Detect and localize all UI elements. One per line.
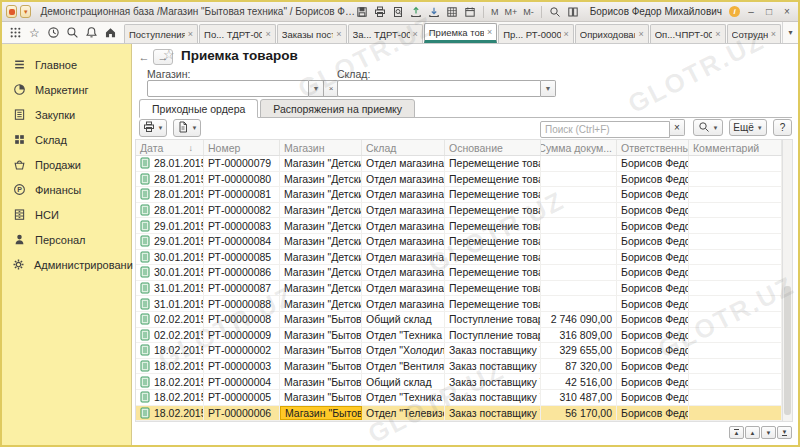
cell-sum[interactable]: 42 516,00 (541, 374, 617, 389)
cell-comment[interactable] (689, 296, 782, 311)
table-row[interactable]: 28.01.2015РТ-00000080Магазин "Детские ..… (136, 172, 782, 188)
cell-warehouse[interactable]: Отдел магазина "... (362, 281, 445, 296)
cell-comment[interactable] (689, 359, 782, 374)
cell-warehouse[interactable]: Отдел "Холодильн... (362, 343, 445, 358)
cell-basis[interactable]: Перемещение товаров ТД... (445, 156, 541, 171)
cell-number[interactable]: РТ-00000008 (204, 312, 280, 327)
store-dropdown-icon[interactable]: ▼ (309, 80, 324, 97)
cell-comment[interactable] (689, 234, 782, 249)
sidebar-item-purchases[interactable]: Закупки (2, 102, 131, 127)
cell-comment[interactable] (689, 374, 782, 389)
cell-responsible[interactable]: Борисов Федор М... (617, 296, 689, 311)
cell-basis[interactable]: Перемещение товаров ТД... (445, 234, 541, 249)
cell-basis[interactable]: Перемещение товаров ТД... (445, 203, 541, 218)
tab-close-icon[interactable]: × (638, 29, 643, 39)
favorite-star-icon[interactable]: ☆ (163, 47, 175, 62)
cell-sum[interactable] (541, 172, 617, 187)
table-row[interactable]: 18.02.2015РТ-00000002Магазин "Бытовая...… (136, 343, 782, 359)
scroll-up-button[interactable]: ▲ (745, 426, 760, 439)
cell-basis[interactable]: Поступление товаров ТДР... (445, 328, 541, 343)
cell-store[interactable]: Магазин "Бытовая... (280, 328, 362, 343)
cell-responsible[interactable]: Борисов Федор М... (617, 265, 689, 280)
cell-sum[interactable] (541, 250, 617, 265)
cell-warehouse[interactable]: Общий склад (362, 312, 445, 327)
cell-number[interactable]: РТ-00000084 (204, 234, 280, 249)
cell-date[interactable]: 30.01.2015 (136, 250, 204, 265)
cell-comment[interactable] (689, 218, 782, 233)
cell-sum[interactable]: 56 170,00 (541, 406, 617, 421)
vertical-scrollbar[interactable] (782, 139, 793, 422)
cell-number[interactable]: РТ-00000003 (204, 359, 280, 374)
print-icon[interactable] (373, 5, 387, 19)
cell-warehouse[interactable]: Отдел магазина "... (362, 172, 445, 187)
upload-icon[interactable] (409, 5, 423, 19)
tab-close-icon[interactable]: × (336, 29, 341, 39)
cell-date[interactable]: 31.01.2015 (136, 296, 204, 311)
cell-comment[interactable] (689, 390, 782, 405)
cell-sum[interactable]: 87 320,00 (541, 359, 617, 374)
tab-close-icon[interactable]: × (188, 29, 193, 39)
cell-number[interactable]: РТ-00000082 (204, 203, 280, 218)
cell-date[interactable]: 29.01.2015 (136, 218, 204, 233)
cell-basis[interactable]: Перемещение товаров ТД... (445, 172, 541, 187)
cell-basis[interactable]: Перемещение товаров ТД... (445, 187, 541, 202)
cell-warehouse[interactable]: Отдел магазина "... (362, 265, 445, 280)
tab-2[interactable]: По... ТДРТ-000002× (199, 24, 276, 43)
cell-number[interactable]: РТ-00000085 (204, 250, 280, 265)
cell-warehouse[interactable]: Отдел магазина "... (362, 218, 445, 233)
back-arrow-icon[interactable]: ← (136, 49, 152, 65)
tab-4[interactable]: За... ТДРТ-000118× (348, 24, 423, 43)
cell-store[interactable]: Магазин "Бытовая... (280, 406, 362, 421)
scroll-first-button[interactable]: ▲ (729, 426, 744, 439)
menu-grid-icon[interactable] (6, 22, 25, 43)
info-icon[interactable]: i (729, 6, 740, 17)
cell-warehouse[interactable]: Общий склад (362, 374, 445, 389)
cell-store[interactable]: Магазин "Детские ... (280, 156, 362, 171)
cell-store[interactable]: Магазин "Бытовая... (280, 390, 362, 405)
cell-warehouse[interactable]: Отдел магазина "... (362, 203, 445, 218)
current-user[interactable]: Борисов Федор Михайлович (584, 6, 725, 17)
tab-1[interactable]: Поступления то...× (124, 24, 198, 43)
cell-warehouse[interactable]: Отдел "Техника д... (362, 328, 445, 343)
store-input[interactable] (147, 80, 309, 97)
cell-comment[interactable] (689, 343, 782, 358)
sidebar-item-main-menu[interactable]: Главное (2, 52, 131, 77)
cell-sum[interactable]: 329 655,00 (541, 343, 617, 358)
cell-warehouse[interactable]: Отдел магазина "... (362, 156, 445, 171)
cell-date[interactable]: 18.02.2015 (136, 359, 204, 374)
cell-store[interactable]: Магазин "Детские ... (280, 203, 362, 218)
table-row[interactable]: 30.01.2015РТ-00000085Магазин "Детские ..… (136, 250, 782, 266)
zoom-icon[interactable] (548, 5, 562, 19)
cell-responsible[interactable]: Борисов Федор М... (617, 218, 689, 233)
tab-9[interactable]: Сотрудники× (727, 24, 781, 43)
cell-sum[interactable]: 310 487,00 (541, 390, 617, 405)
cell-comment[interactable] (689, 250, 782, 265)
column-header-sum[interactable]: Сумма докум... (541, 140, 617, 155)
cell-sum[interactable]: 2 746 090,00 (541, 312, 617, 327)
cell-date[interactable]: 18.02.2015 (136, 343, 204, 358)
memory-m-button[interactable]: M (490, 7, 500, 17)
cell-number[interactable]: РТ-00000004 (204, 374, 280, 389)
column-header-number[interactable]: Номер (204, 140, 280, 155)
cell-date[interactable]: 28.01.2015 (136, 172, 204, 187)
calendar-icon[interactable] (463, 5, 477, 19)
cell-number[interactable]: РТ-00000009 (204, 328, 280, 343)
cell-responsible[interactable]: Борисов Федор М... (617, 203, 689, 218)
cell-warehouse[interactable]: Отдел "Техника д... (362, 390, 445, 405)
cell-comment[interactable] (689, 203, 782, 218)
cell-responsible[interactable]: Борисов Федор М... (617, 343, 689, 358)
cell-warehouse[interactable]: Отдел магазина "... (362, 296, 445, 311)
cell-comment[interactable] (689, 187, 782, 202)
table-row[interactable]: 31.01.2015РТ-00000088Магазин "Детские ..… (136, 296, 782, 312)
cell-basis[interactable]: Заказ поставщику ТДРТ-0... (445, 359, 541, 374)
cell-responsible[interactable]: Борисов Федор М... (617, 156, 689, 171)
cell-number[interactable]: РТ-00000087 (204, 281, 280, 296)
sidebar-item-sales-basket[interactable]: Продажи (2, 152, 131, 177)
sidebar-item-warehouse[interactable]: Склад (2, 127, 131, 152)
cell-date[interactable]: 30.01.2015 (136, 265, 204, 280)
cell-basis[interactable]: Заказ поставщику ТДРТ-0... (445, 406, 541, 421)
sidebar-item-finance[interactable]: РФинансы (2, 177, 131, 202)
scrollbar-thumb[interactable] (784, 286, 791, 415)
tab-close-icon[interactable]: × (413, 29, 418, 39)
history-icon[interactable] (44, 22, 63, 43)
